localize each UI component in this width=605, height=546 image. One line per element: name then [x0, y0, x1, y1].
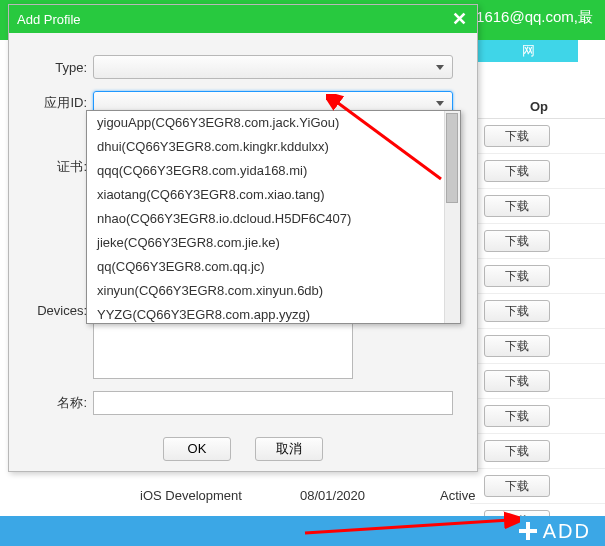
- download-button[interactable]: 下载: [484, 440, 550, 462]
- header-tab[interactable]: 网: [478, 40, 578, 62]
- cell-status: Active: [440, 488, 520, 503]
- cell-date: 08/01/2020: [300, 488, 440, 503]
- name-input[interactable]: [93, 391, 453, 415]
- download-button[interactable]: 下载: [484, 265, 550, 287]
- dropdown-option[interactable]: xiaotang(CQ66Y3EGR8.com.xiao.tang): [87, 183, 444, 207]
- add-bar[interactable]: ADD: [0, 516, 605, 546]
- table-row: 下载: [470, 125, 605, 154]
- label-devices: Devices:: [33, 303, 87, 318]
- table-row: 下载: [470, 195, 605, 224]
- download-button[interactable]: 下载: [484, 405, 550, 427]
- label-cert: 证书:: [33, 158, 87, 176]
- plus-icon: [519, 522, 537, 540]
- download-button[interactable]: 下载: [484, 160, 550, 182]
- download-button[interactable]: 下载: [484, 230, 550, 252]
- dropdown-option[interactable]: xinyun(CQ66Y3EGR8.com.xinyun.6db): [87, 279, 444, 303]
- table-row: 下载: [470, 440, 605, 469]
- dropdown-scrollbar[interactable]: [444, 111, 460, 323]
- chevron-down-icon: [436, 101, 444, 106]
- dropdown-option[interactable]: qqq(CQ66Y3EGR8.com.yida168.mi): [87, 159, 444, 183]
- download-button[interactable]: 下载: [484, 300, 550, 322]
- label-type: Type:: [33, 60, 87, 75]
- modal-header: Add Profile ✕: [9, 5, 477, 33]
- ok-button[interactable]: OK: [163, 437, 231, 461]
- download-button[interactable]: 下载: [484, 370, 550, 392]
- right-table: Op 下载下载下载下载下载下载下载下载下载下载下载下载下载: [470, 95, 605, 546]
- table-row: 下载: [470, 335, 605, 364]
- dropdown-option[interactable]: yigouApp(CQ66Y3EGR8.com.jack.YiGou): [87, 111, 444, 135]
- modal-title: Add Profile: [17, 12, 81, 27]
- dropdown-option[interactable]: qq(CQ66Y3EGR8.com.qq.jc): [87, 255, 444, 279]
- label-appid: 应用ID:: [33, 94, 87, 112]
- download-button[interactable]: 下载: [484, 335, 550, 357]
- appid-dropdown: yigouApp(CQ66Y3EGR8.com.jack.YiGou)dhui(…: [86, 110, 461, 324]
- chevron-down-icon: [436, 65, 444, 70]
- download-button[interactable]: 下载: [484, 125, 550, 147]
- type-select[interactable]: [93, 55, 453, 79]
- dropdown-option[interactable]: YYZG(CQ66Y3EGR8.com.app.yyzg): [87, 303, 444, 323]
- table-row[interactable]: iOS Development 08/01/2020 Active: [140, 480, 605, 510]
- modal-buttons: OK 取消: [33, 437, 453, 461]
- table-row: 下载: [470, 160, 605, 189]
- header-email: 1616@qq.com,最: [476, 8, 593, 27]
- table-row: 下载: [470, 230, 605, 259]
- cancel-button[interactable]: 取消: [255, 437, 323, 461]
- table-row: 下载: [470, 300, 605, 329]
- label-name: 名称:: [33, 394, 87, 412]
- close-icon[interactable]: ✕: [449, 8, 469, 30]
- dropdown-option[interactable]: jieke(CQ66Y3EGR8.com.jie.ke): [87, 231, 444, 255]
- cell-type: iOS Development: [140, 488, 300, 503]
- field-name: 名称:: [33, 391, 453, 415]
- column-header-op: Op: [470, 95, 605, 119]
- dropdown-option[interactable]: dhui(CQ66Y3EGR8.com.kingkr.kddulxx): [87, 135, 444, 159]
- field-type: Type:: [33, 55, 453, 79]
- add-label: ADD: [543, 520, 591, 543]
- table-row: 下载: [470, 370, 605, 399]
- dropdown-option[interactable]: nhao(CQ66Y3EGR8.io.dcloud.H5DF6C407): [87, 207, 444, 231]
- download-button[interactable]: 下载: [484, 195, 550, 217]
- scrollbar-thumb[interactable]: [446, 113, 458, 203]
- table-row: 下载: [470, 265, 605, 294]
- table-row: 下载: [470, 405, 605, 434]
